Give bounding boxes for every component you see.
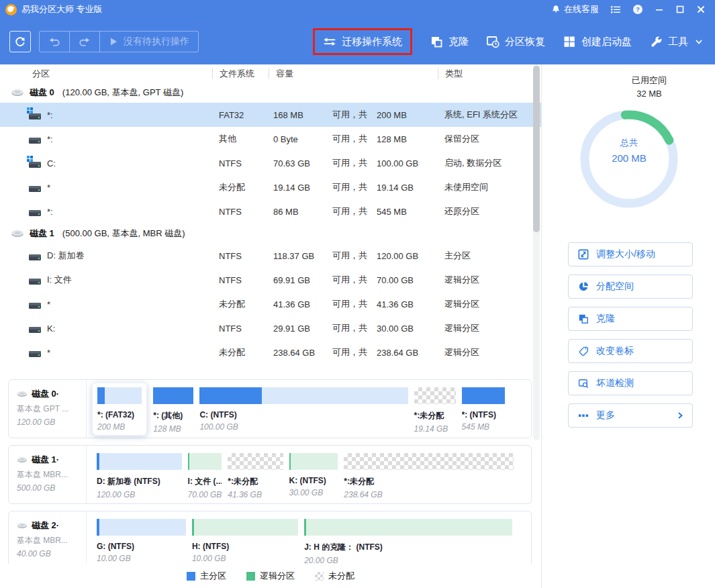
partition-block[interactable]: H: (NTFS) 10.00 GB (192, 519, 298, 565)
more-button[interactable]: 更多 (568, 403, 693, 428)
partition-block-selected[interactable]: *: (FAT32) 200 MB (92, 383, 147, 436)
partition-bar (304, 519, 512, 536)
table-row-partition[interactable]: *: NTFS 86 MB可用，共545 MB 还原分区 (0, 199, 541, 224)
disk-panel-0[interactable]: 磁盘 0· 基本盘 GPT ... 120.00 GB *: (FAT32) 2… (8, 379, 532, 438)
partition-free: 86 MB (273, 207, 332, 217)
clone-button[interactable]: 克隆 (430, 35, 469, 48)
help-button[interactable]: ? (632, 4, 643, 15)
play-icon (109, 37, 118, 46)
refresh-icon (14, 36, 26, 48)
partition-free: 70.63 GB (273, 158, 332, 168)
action-list: 调整大小/移动 分配空间 克隆 改变卷标 坏道检测 更多 (568, 242, 693, 428)
partition-size: 238.64 GB (344, 490, 514, 499)
vertical-scrollbar[interactable] (533, 64, 540, 440)
table-row-disk-0[interactable]: 磁盘 0(120.00 GB, 基本盘, GPT 磁盘) (0, 83, 541, 103)
tools-label: 工具 (668, 36, 688, 48)
partition-block[interactable]: D: 新加卷 (NTFS) 120.00 GB (97, 453, 182, 499)
disk-name: 磁盘 0 (30, 87, 54, 99)
scrollbar-thumb[interactable] (533, 66, 540, 232)
disk-icon (11, 86, 24, 99)
used-space-value: 32 MB (632, 87, 667, 101)
partition-size: 100.00 GB (199, 422, 408, 432)
partition-block[interactable]: *: (NTFS) 545 MB (462, 387, 506, 434)
minimize-button[interactable] (655, 5, 664, 14)
create-boot-disk-label: 创建启动盘 (581, 36, 632, 48)
partition-drive-icon (28, 133, 42, 145)
partition-free: 69.91 GB (273, 275, 332, 285)
change-label-button[interactable]: 改变卷标 (568, 339, 693, 363)
undo-button[interactable] (40, 32, 69, 52)
legend-unallocated-label: 未分配 (328, 570, 354, 582)
partition-name: * (47, 348, 50, 358)
migrate-os-button[interactable]: 迁移操作系统 (313, 28, 412, 55)
partition-block[interactable]: *:未分配 19.14 GB (414, 387, 456, 434)
partition-fs: NTFS (212, 275, 269, 285)
table-row-partition[interactable]: I: 文件 NTFS 69.91 GB可用，共70.00 GB 逻辑分区 (0, 268, 541, 292)
column-header-filesystem[interactable]: 文件系统 (212, 68, 269, 79)
partition-fs: NTFS (212, 158, 269, 168)
maximize-button[interactable] (675, 5, 685, 14)
column-header-partition[interactable]: 分区 (0, 68, 212, 79)
partition-fs: NTFS (212, 251, 269, 261)
partition-fs: 其他 (212, 133, 269, 145)
partition-recovery-button[interactable]: 分区恢复 (486, 35, 545, 48)
capacity-label: 可用，共 (332, 346, 377, 358)
clone-partition-button[interactable]: 克隆 (568, 307, 693, 331)
undo-icon (48, 36, 60, 48)
table-row-partition[interactable]: K: NTFS 29.91 GB可用，共30.00 GB 逻辑分区 (0, 316, 541, 340)
allocate-space-button[interactable]: 分配空间 (568, 275, 693, 299)
partition-drive-icon (28, 322, 42, 334)
table-row-partition[interactable]: D: 新加卷 NTFS 118.37 GB可用，共120.00 GB 主分区 (0, 244, 541, 268)
partition-block[interactable]: K: (NTFS) 30.00 GB (289, 453, 338, 499)
total-value: 200 MB (572, 152, 686, 164)
table-row-partition[interactable]: * 未分配 41.36 GB可用，共41.36 GB 逻辑分区 (0, 292, 541, 316)
refresh-button[interactable] (9, 31, 31, 52)
column-header-type[interactable]: 类型 (438, 68, 541, 79)
capacity-label: 可用，共 (332, 205, 377, 217)
partition-block[interactable]: *:未分配 41.36 GB (228, 453, 283, 499)
close-icon (696, 5, 706, 14)
partition-total: 100.00 GB (377, 158, 418, 168)
table-row-partition[interactable]: * 未分配 19.14 GB可用，共19.14 GB 未使用空间 (0, 175, 541, 199)
capacity-label: 可用，共 (332, 274, 377, 286)
table-row-partition[interactable]: *: FAT32 168 MB可用，共200 MB 系统, EFI 系统分区 (0, 103, 541, 127)
redo-button[interactable] (69, 32, 99, 52)
partition-size: 120.00 GB (97, 490, 182, 499)
disk-panel-1[interactable]: 磁盘 1· 基本盘 MBR... 500.00 GB D: 新加卷 (NTFS)… (8, 445, 532, 504)
partition-name: C: (47, 158, 56, 168)
partition-label: *:未分配 (344, 476, 514, 487)
partition-block[interactable]: J: H 的克隆： (NTFS) 20.00 GB (304, 519, 512, 565)
table-row-partition[interactable]: * 未分配 238.64 GB可用，共238.64 GB 逻辑分区 (0, 340, 541, 364)
online-support-button[interactable]: 在线客服 (551, 3, 599, 15)
table-row-partition[interactable]: *: 其他 0 Byte可用，共128 MB 保留分区 (0, 127, 541, 151)
disk-panel-2[interactable]: 磁盘 2· 基本盘 MBR... 40.00 GB G: (NTFS) 10.0… (8, 511, 532, 570)
surface-test-button[interactable]: 坏道检测 (568, 371, 693, 395)
partition-block[interactable]: *: (其他) 128 MB (153, 387, 193, 434)
disk-info-panel: 磁盘 0· 基本盘 GPT ... 120.00 GB (9, 380, 87, 438)
online-support-label: 在线客服 (564, 3, 599, 15)
disk-icon (11, 227, 24, 240)
column-header-capacity[interactable]: 容量 (269, 68, 438, 79)
partition-block[interactable]: G: (NTFS) 10.00 GB (97, 519, 186, 565)
partition-size: 10.00 GB (192, 554, 298, 563)
partition-block[interactable]: C: (NTFS) 100.00 GB (199, 387, 408, 434)
create-boot-disk-icon (563, 35, 576, 48)
close-button[interactable] (696, 5, 706, 14)
disk-name: 磁盘 1 (30, 228, 54, 240)
resize-move-button[interactable]: 调整大小/移动 (568, 242, 693, 266)
disk-icon (17, 389, 28, 399)
partition-type: 系统, EFI 系统分区 (438, 109, 541, 121)
partition-block[interactable]: *:未分配 238.64 GB (344, 453, 514, 499)
partition-drive-system-icon (28, 157, 42, 169)
table-row-disk-1[interactable]: 磁盘 1(500.00 GB, 基本盘, MBR 磁盘) (0, 224, 541, 244)
create-boot-disk-button[interactable]: 创建启动盘 (563, 35, 632, 48)
execute-operations-button[interactable]: 没有待执行操作 (99, 32, 198, 52)
table-row-partition[interactable]: C: NTFS 70.63 GB可用，共100.00 GB 启动, 数据分区 (0, 151, 541, 175)
task-list-button[interactable] (610, 4, 621, 15)
tools-button[interactable]: 工具 (649, 35, 703, 48)
capacity-label: 可用，共 (332, 250, 377, 262)
partition-free: 41.36 GB (273, 299, 332, 309)
partition-label: G: (NTFS) (97, 542, 186, 551)
partition-block[interactable]: I: 文件 (... 70.00 GB (188, 453, 222, 499)
legend-logical-label: 逻辑分区 (260, 570, 295, 582)
